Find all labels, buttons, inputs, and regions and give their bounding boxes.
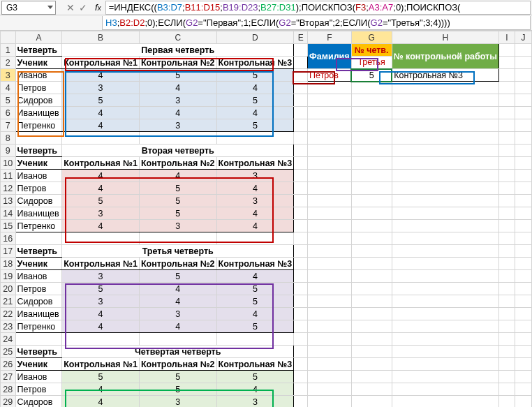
cell[interactable]: Контрольная №1 [62, 57, 140, 69]
cell[interactable]: Четверть [15, 44, 62, 57]
row-4: 4Петров344 [1, 82, 532, 94]
row-16: 16 [1, 232, 532, 245]
spreadsheet-grid[interactable]: ABCDEFGHIJ 1 Четверть Первая четверть Фа… [0, 31, 532, 407]
row-21: 21Сидоров345 [1, 295, 532, 308]
row-22: 22Иванищев434 [1, 308, 532, 320]
row-3: 3 Иванов 4 5 5 Петров 5 Контрольная №3 [1, 69, 532, 82]
row-8: 8 [1, 132, 532, 145]
row-26: 26УченикКонтрольная №1Контрольная №2Конт… [1, 358, 532, 371]
formula-bar-line2: H3;B2:D2;0);ЕСЛИ(G2="Первая";1;ЕСЛИ(G2="… [0, 15, 532, 31]
row-18: 18УченикКонтрольная №1Контрольная №2Конт… [1, 258, 532, 270]
row-11: 11Иванов443 [1, 170, 532, 182]
row-27: 27Иванов555 [1, 371, 532, 383]
row-29: 29Сидоров433 [1, 396, 532, 408]
row-14: 14Иванищев354 [1, 207, 532, 220]
cancel-icon[interactable]: ✕ [64, 2, 77, 13]
cell[interactable]: Первая четверть [62, 44, 294, 57]
row-1: 1 Четверть Первая четверть Фамилия № чет… [1, 44, 532, 57]
formula-input-line2[interactable]: H3;B2:D2;0);ЕСЛИ(G2="Первая";1;ЕСЛИ(G2="… [102, 16, 531, 30]
cell-F3[interactable]: Петров [308, 69, 351, 82]
row-23: 23Петренко445 [1, 320, 532, 333]
cell[interactable]: Иванов [15, 69, 62, 82]
cell[interactable]: Ученик [15, 57, 62, 69]
row-13: 13Сидоров553 [1, 195, 532, 207]
cell-H3[interactable]: Контрольная №3 [392, 69, 498, 82]
cell[interactable]: Фамилия [308, 44, 351, 69]
row-9: 9ЧетвертьВторая четверть [1, 145, 532, 157]
cell[interactable]: № контрольной работы [392, 44, 498, 69]
row-28: 28Петров454 [1, 383, 532, 396]
formula-input[interactable]: =ИНДЕКС((B3:D7;B11:D15;B19:D23;B27:D31);… [105, 1, 531, 15]
row-25: 25ЧетвертьЧетвертая четверть [1, 346, 532, 358]
row-15: 15Петренко434 [1, 220, 532, 232]
cell[interactable]: 5 [139, 69, 216, 82]
formula-bar: ✕ ✓ fx =ИНДЕКС((B3:D7;B11:D15;B19:D23;B2… [0, 0, 532, 15]
row-20: 20Петров545 [1, 283, 532, 295]
row-5: 5Сидоров535 [1, 94, 532, 107]
confirm-icon[interactable]: ✓ [77, 2, 89, 13]
cell-G3[interactable]: 5 [351, 69, 392, 82]
cell-G2[interactable]: Третья [351, 57, 392, 69]
row-12: 12Петров454 [1, 182, 532, 195]
namebox-dropdown[interactable] [47, 6, 53, 9]
column-headers[interactable]: ABCDEFGHIJ [1, 31, 532, 44]
row-17: 17ЧетвертьТретья четверть [1, 245, 532, 258]
fx-icon[interactable]: fx [95, 2, 101, 13]
cell[interactable]: № четв. [351, 44, 392, 57]
cell[interactable]: 4 [62, 69, 140, 82]
cell[interactable]: Контрольная №3 [216, 57, 294, 69]
row-19: 19Иванов354 [1, 270, 532, 283]
row-7: 7Петренко435 [1, 119, 532, 132]
row-10: 10УченикКонтрольная №1Контрольная №2Конт… [1, 157, 532, 170]
cell[interactable]: 5 [216, 69, 294, 82]
row-6: 6Иванищев444 [1, 107, 532, 119]
row-24: 24 [1, 333, 532, 346]
cell[interactable]: Контрольная №2 [139, 57, 216, 69]
